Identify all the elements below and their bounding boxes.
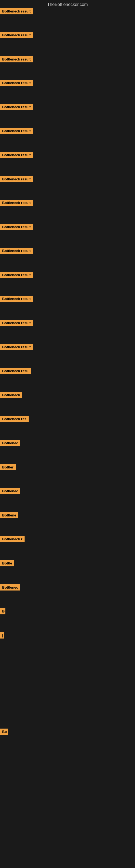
bottleneck-label: Bottlenec [0,488,20,494]
bottleneck-label: Bottleneck result [0,272,33,278]
bottleneck-result-item: Bottleneck res [0,416,29,423]
bottleneck-result-item: Bottlene [0,512,18,520]
bottleneck-label: Bottler [0,464,16,470]
bottleneck-label: Bottleneck result [0,296,33,302]
bottleneck-label: Bottleneck result [0,56,33,62]
bottleneck-label: Bottleneck resu [0,368,31,374]
bottleneck-label: Bottleneck result [0,199,33,206]
bottleneck-label: | [0,632,4,639]
bottleneck-label: Bottleneck result [0,152,33,158]
bottleneck-label: Bottleneck result [0,80,33,86]
bottleneck-result-item: Bottleneck result [0,8,33,16]
bottleneck-label: B [0,608,5,614]
bottleneck-result-item: Bottleneck resu [0,368,31,375]
bottleneck-label: Bottleneck result [0,224,33,230]
bottleneck-result-item: Bottleneck result [0,320,33,327]
bottleneck-result-item: Bottleneck result [0,248,33,255]
bottleneck-result-item: Bottleneck r [0,536,25,543]
bottleneck-label: Bottleneck result [0,8,33,14]
bottleneck-result-item: | [0,632,4,640]
bottleneck-label: Bottleneck [0,392,22,398]
bottleneck-label: Bottleneck r [0,536,25,542]
bottleneck-result-item: Bottlenec [0,488,20,495]
bottleneck-label: Bottle [0,560,14,566]
bottleneck-label: Bo [0,728,8,735]
bottleneck-result-item: Bottleneck [0,392,22,399]
bottleneck-result-item: Bottleneck result [0,296,33,303]
bottleneck-result-item: Bottlenec [0,584,20,592]
bottleneck-result-item: Bottler [0,464,16,471]
bottleneck-result-item: Bottleneck result [0,128,33,135]
bottleneck-label: Bottleneck result [0,176,33,182]
bottleneck-result-item: Bottleneck result [0,152,33,159]
bottleneck-result-item: Bottleneck result [0,224,33,231]
bottleneck-label: Bottleneck result [0,248,33,254]
bottleneck-label: Bottleneck result [0,104,33,110]
bottleneck-result-item: B [0,608,5,616]
bottleneck-result-item: Bottlenec [0,440,20,447]
bottleneck-label: Bottleneck result [0,344,33,350]
bottleneck-label: Bottleneck result [0,128,33,134]
bottleneck-result-item: Bottleneck result [0,80,33,87]
bottleneck-label: Bottlenec [0,584,20,590]
bottleneck-result-item: Bo [0,728,8,736]
bottleneck-result-item: Bottleneck result [0,199,33,207]
bottleneck-result-item: Bottleneck result [0,104,33,111]
bottleneck-result-item: Bottleneck result [0,176,33,183]
bottleneck-label: Bottleneck res [0,416,29,422]
bottleneck-label: Bottleneck result [0,320,33,326]
bottleneck-label: Bottleneck result [0,32,33,38]
bottleneck-result-item: Bottle [0,560,14,567]
bottleneck-result-item: Bottleneck result [0,272,33,279]
bottleneck-result-item: Bottleneck result [0,56,33,63]
bottleneck-result-item: Bottleneck result [0,344,33,351]
bottleneck-label: Bottlenec [0,440,20,446]
bottleneck-label: Bottlene [0,512,18,518]
site-title: TheBottlenecker.com [0,0,135,8]
bottleneck-result-item: Bottleneck result [0,32,33,39]
